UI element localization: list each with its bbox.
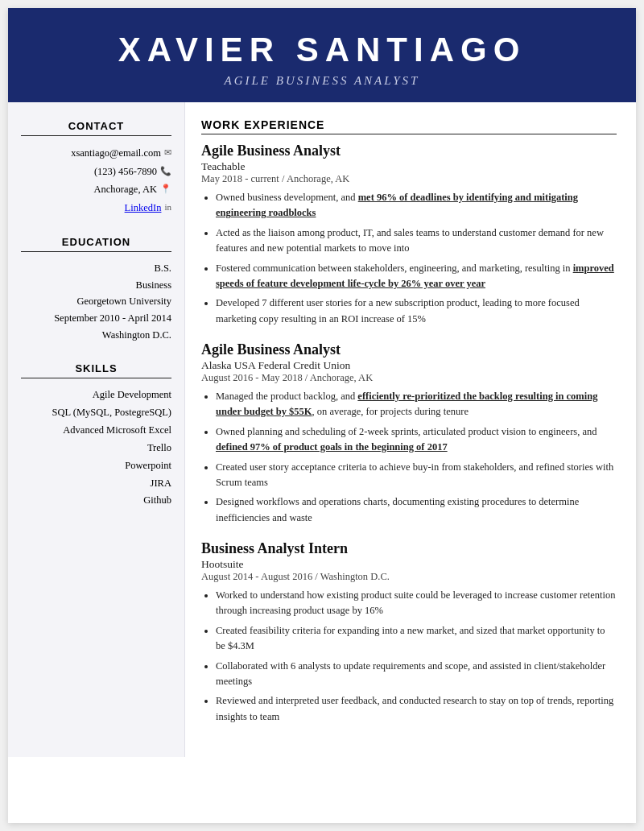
job-title: Agile Business Analyst [201,143,617,159]
job-entry: Business Analyst InternHootsuiteAugust 2… [201,540,617,725]
work-experience-title: WORK EXPERIENCE [201,118,617,134]
job-meta: August 2016 - May 2018 / Anchorage, AK [201,372,617,384]
job-entry: Agile Business AnalystTeachableMay 2018 … [201,143,617,327]
job-bullet: Developed 7 different user stories for a… [216,296,617,327]
job-bullet: Fostered communication between stakehold… [216,261,617,292]
resume-wrapper: XAVIER SANTIAGO AGILE BUSINESS ANALYST C… [8,8,636,823]
job-bullet: Created feasibility criteria for expandi… [216,623,617,655]
skills-list: Agile DevelopmentSQL (MySQL, PostegreSQL… [21,387,171,510]
email-row: xsantiago@email.com ✉ [21,144,171,163]
skill-item: Agile Development [21,387,171,404]
job-company: Hootsuite [201,558,617,571]
linkedin-row[interactable]: LinkedIn in [21,199,171,217]
skill-item: SQL (MySQL, PostegreSQL) [21,404,171,422]
candidate-title: AGILE BUSINESS ANALYST [24,74,620,88]
email-text: xsantiago@email.com [71,144,161,163]
linkedin-link[interactable]: LinkedIn [125,199,162,217]
job-bullet: Reviewed and interpreted user feedback, … [216,693,617,725]
resume-body: CONTACT xsantiago@email.com ✉ (123) 456-… [8,102,636,757]
job-company: Teachable [201,160,617,173]
skill-item: Github [21,492,171,510]
email-icon: ✉ [164,145,171,161]
job-bullets: Worked to understand how existing produc… [201,588,617,725]
phone-icon: 📞 [160,163,171,180]
edu-location: Washington D.C. [21,327,171,344]
contact-title: CONTACT [21,120,171,136]
contact-section: CONTACT xsantiago@email.com ✉ (123) 456-… [21,120,171,217]
skills-section: SKILLS Agile DevelopmentSQL (MySQL, Post… [21,362,171,510]
job-bullets: Managed the product backlog, and efficie… [201,389,617,526]
job-meta: August 2014 - August 2016 / Washington D… [201,571,617,583]
job-title: Agile Business Analyst [201,341,617,358]
job-bullet: Acted as the liaison among product, IT, … [216,225,617,257]
main-content: WORK EXPERIENCE Agile Business AnalystTe… [185,102,636,757]
location-row: Anchorage, AK 📍 [21,180,171,199]
job-bullet: Collaborated with 6 analysts to update r… [216,659,617,690]
candidate-name: XAVIER SANTIAGO [24,31,620,69]
job-title: Business Analyst Intern [201,540,617,557]
job-bullet: Created user story acceptance criteria t… [216,460,617,491]
job-entry: Agile Business AnalystAlaska USA Federal… [201,341,617,526]
education-title: EDUCATION [21,236,171,252]
phone-text: (123) 456-7890 [94,163,157,181]
skills-title: SKILLS [21,362,171,378]
job-bullet: Owned business development, and met 96% … [216,190,617,221]
resume-sidebar: CONTACT xsantiago@email.com ✉ (123) 456-… [8,102,185,757]
jobs-container: Agile Business AnalystTeachableMay 2018 … [201,143,617,725]
job-company: Alaska USA Federal Credit Union [201,359,617,372]
location-icon: 📍 [160,181,171,197]
job-bullets: Owned business development, and met 96% … [201,190,617,327]
resume-header: XAVIER SANTIAGO AGILE BUSINESS ANALYST [8,8,636,102]
linkedin-icon: in [164,200,171,216]
skill-item: Advanced Microsoft Excel [21,422,171,440]
job-bullet: Managed the product backlog, and efficie… [216,389,617,420]
skill-item: Powerpoint [21,457,171,475]
phone-row: (123) 456-7890 📞 [21,163,171,181]
job-bullet: Designed workflows and operations charts… [216,494,617,526]
location-text: Anchorage, AK [94,180,157,199]
education-details: B.S. Business Georgetown University Sept… [21,260,171,343]
work-experience-section: WORK EXPERIENCE Agile Business AnalystTe… [201,118,617,725]
job-bullet: Owned planning and scheduling of 2-week … [216,424,617,456]
skill-item: Trello [21,440,171,457]
edu-degree: B.S. [21,260,171,277]
edu-dates: September 2010 - April 2014 [21,310,171,327]
job-meta: May 2018 - current / Anchorage, AK [201,173,617,185]
edu-field: Business [21,277,171,294]
skill-item: JIRA [21,475,171,493]
job-bullet: Worked to understand how existing produc… [216,588,617,619]
education-section: EDUCATION B.S. Business Georgetown Unive… [21,236,171,343]
edu-school: Georgetown University [21,293,171,310]
